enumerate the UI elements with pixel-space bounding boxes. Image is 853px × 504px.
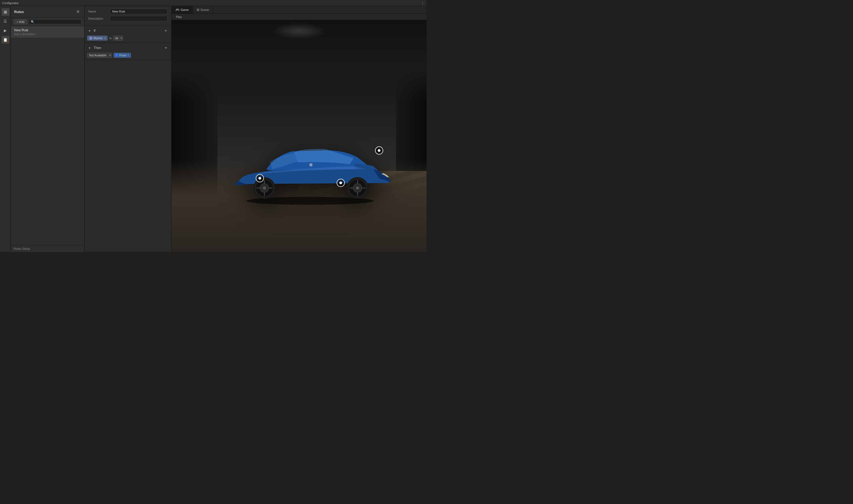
rules-title: Rules [14, 10, 24, 14]
pearl-chip-label: Pearl [119, 54, 126, 57]
then-label: Then [94, 46, 161, 50]
car-container [219, 129, 397, 206]
if-label: If [94, 29, 161, 33]
market-chip-remove[interactable]: × [104, 37, 106, 40]
description-input[interactable] [110, 16, 168, 21]
action-status-select[interactable]: Not Available Available Standard Optiona… [87, 53, 112, 58]
description-label: Description [88, 17, 110, 20]
search-input[interactable] [29, 19, 82, 24]
game-tab-icon: 🎮 [175, 8, 179, 12]
pearl-chip: Pearl × [114, 53, 131, 58]
tab-game[interactable]: 🎮 Game [172, 6, 193, 13]
wheel-rear-hub [263, 186, 266, 190]
name-input[interactable] [110, 9, 168, 14]
then-add-button[interactable]: + [163, 45, 169, 51]
name-label: Name [88, 10, 110, 13]
market-chip-label: Market [93, 36, 103, 40]
condition-value-select[interactable]: de en fr es [113, 36, 123, 40]
tab-bar: 🎮 Game ⊞ Scene [172, 6, 426, 14]
then-chevron-button[interactable]: ▼ [87, 46, 92, 50]
sidebar-icon-grid[interactable]: ⊞ [2, 8, 9, 16]
app-title: Configurator [2, 1, 19, 5]
if-chevron-button[interactable]: ▼ [87, 28, 92, 33]
then-section: ▼ Then + Not Available Available Standar… [84, 43, 171, 60]
wheel-front-hub [356, 186, 359, 190]
action-select-wrapper: Not Available Available Standard Optiona… [87, 53, 112, 58]
then-section-header: ▼ Then + [87, 45, 169, 51]
right-panel: 🎮 Game ⊞ Scene Play [172, 6, 426, 252]
if-section-header: ▼ If + [87, 28, 169, 34]
rule-editor-header: Name Description [84, 6, 171, 26]
gear-button[interactable]: ⚙ [75, 9, 81, 15]
market-tag-chip: ◎ Market × [87, 36, 108, 40]
play-bar: Play [172, 14, 426, 20]
pearl-color-swatch [116, 54, 118, 57]
car-svg [219, 129, 397, 205]
rules-setup-label: Rules Setup [11, 245, 84, 252]
if-section: ▼ If + ◎ Market × is de en fr es [84, 26, 171, 43]
tab-scene[interactable]: ⊞ Scene [193, 6, 213, 13]
play-button[interactable]: Play [174, 15, 183, 19]
car-logo [309, 163, 313, 166]
game-tab-label: Game [180, 8, 189, 12]
pearl-chip-remove[interactable]: × [127, 54, 129, 57]
rules-panel: Rules ⚙ + Add New Rule Add a description… [11, 6, 84, 252]
icon-sidebar: ⊞ ☰ ▶ 📋 [0, 6, 11, 252]
sidebar-icon-layers[interactable]: ☰ [2, 17, 9, 25]
sidebar-icon-video[interactable]: ▶ [2, 27, 9, 34]
rule-list-item[interactable]: New Rule Add a description [11, 26, 84, 38]
rules-toolbar: + Add [11, 18, 84, 26]
title-bar: Configurator ⋮ [0, 0, 426, 6]
scene-tab-label: Scene [201, 8, 209, 12]
rule-editor: Name Description ▼ If + ◎ Market [84, 6, 172, 252]
scene-tab-icon: ⊞ [197, 8, 199, 12]
name-field-row: Name [88, 9, 168, 14]
ceiling-light [272, 23, 326, 39]
rule-item-desc: Add a description [14, 33, 81, 36]
condition-row: ◎ Market × is de en fr es [87, 36, 169, 40]
hotspot-top-right[interactable] [375, 146, 383, 155]
sidebar-icon-document[interactable]: 📋 [2, 36, 9, 43]
market-chip-icon: ◎ [89, 36, 92, 40]
value-select-wrapper: de en fr es [113, 36, 123, 40]
add-rule-button[interactable]: + Add [14, 19, 27, 24]
chevron-down-icon: ▼ [88, 30, 91, 32]
more-icon[interactable]: ⋮ [420, 1, 424, 5]
ceiling [172, 20, 426, 101]
gear-icon: ⚙ [76, 10, 80, 14]
rules-header: Rules ⚙ [11, 6, 84, 18]
windshield [294, 149, 353, 164]
viewport [172, 20, 426, 252]
car-scene [172, 20, 426, 252]
if-add-button[interactable]: + [163, 28, 169, 34]
rule-item-name: New Rule [14, 28, 81, 32]
rules-list: New Rule Add a description [11, 26, 84, 245]
main-layout: ⊞ ☰ ▶ 📋 Rules ⚙ + Add New Rule Add a des… [0, 6, 426, 252]
action-row: Not Available Available Standard Optiona… [87, 53, 169, 58]
description-field-row: Description [88, 16, 168, 21]
chevron-down-icon-then: ▼ [88, 47, 91, 50]
is-label: is [109, 36, 111, 40]
